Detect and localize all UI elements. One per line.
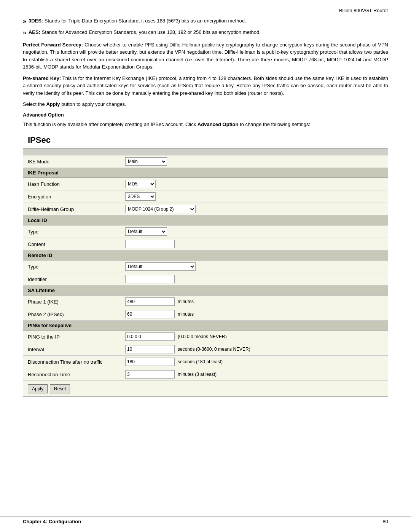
bullet-aes: » AES: Stands for Advanced Encryption St… <box>23 29 388 37</box>
interval-row: Interval seconds (0-3600, 0 means NEVER) <box>23 343 388 356</box>
bullet-marker-aes: » <box>23 29 26 37</box>
disconnection-time-input[interactable] <box>125 358 175 366</box>
phase1-row: Phase 1 (IKE) minutes <box>23 296 388 308</box>
phase1-unit: minutes <box>178 299 194 304</box>
dh-group-row: Diffie-Hellman Group MODP 768 (Group 1) … <box>23 203 388 216</box>
phase2-label: Phase 2 (IPSec) <box>23 309 122 320</box>
ipsec-table: IPSec IKE Mode Main Aggressive IKE Propo… <box>23 132 388 397</box>
local-id-type-control: Default IP FQDN User FQDN <box>122 225 388 238</box>
ike-mode-control: Main Aggressive <box>122 155 388 168</box>
brand-text: Billion 800VGT Router <box>339 8 388 13</box>
ipsec-title: IPSec <box>28 135 51 145</box>
encryption-select[interactable]: 3DES AES <box>125 192 156 201</box>
ike-proposal-header: IKE Proposal <box>23 168 388 178</box>
ike-mode-label: IKE Mode <box>23 157 122 167</box>
dh-group-control: MODP 768 (Group 1) MODP 1024 (Group 2) M… <box>122 203 388 215</box>
ike-mode-row: IKE Mode Main Aggressive <box>23 155 388 168</box>
psk-label: Pre-shared Key: <box>23 75 61 81</box>
ike-mode-select[interactable]: Main Aggressive <box>125 157 167 166</box>
phase1-label: Phase 1 (IKE) <box>23 297 122 307</box>
apply-note: Select the Apply button to apply your ch… <box>23 101 388 108</box>
disconnection-time-row: Disconnection Time after no traffic seco… <box>23 356 388 368</box>
remote-id-identifier-control <box>122 273 388 285</box>
apply-button[interactable]: Apply <box>28 384 48 393</box>
phase2-control: minutes <box>122 308 388 320</box>
encryption-label: Encryption <box>23 192 122 202</box>
remote-id-type-row: Type Default IP FQDN User FQDN <box>23 260 388 273</box>
disconnection-time-control: seconds (180 at least) <box>122 356 388 368</box>
reconnection-time-row: Reconnection Time minutes (3 at least) <box>23 368 388 381</box>
footer-chapter: Chapter 4: Configuration <box>23 519 81 524</box>
phase1-input[interactable] <box>125 297 175 306</box>
disconnection-time-hint: seconds (180 at least) <box>178 359 223 364</box>
ping-ip-label: PING to the IP <box>23 332 122 342</box>
remote-id-type-label: Type <box>23 262 122 272</box>
interval-hint: seconds (0-3600, 0 means NEVER) <box>178 347 250 352</box>
remote-id-type-select[interactable]: Default IP FQDN User FQDN <box>125 262 196 271</box>
local-id-content-control <box>122 238 388 250</box>
hash-function-row: Hash Function MD5 SHA1 <box>23 178 388 190</box>
psk-text: This is for the Internet Key Exchange (I… <box>23 75 388 96</box>
brand-header: Billion 800VGT Router <box>23 8 388 13</box>
ping-keepalive-header: PING for keepalive <box>23 321 388 331</box>
local-id-type-row: Type Default IP FQDN User FQDN <box>23 225 388 238</box>
local-id-type-select[interactable]: Default IP FQDN User FQDN <box>125 227 167 236</box>
bullet-section: » 3DES: Stands for Triple Data Encryptio… <box>23 17 388 37</box>
advanced-option-description: This function is only available after co… <box>23 121 388 128</box>
bullet-text-aes: AES: Stands for Advanced Encryption Stan… <box>29 29 388 36</box>
page-footer: Chapter 4: Configuration 80 <box>0 516 411 524</box>
reconnection-time-control: minutes (3 at least) <box>122 368 388 380</box>
remote-id-header: Remote ID <box>23 251 388 260</box>
ipsec-title-row: IPSec <box>23 132 388 149</box>
remote-id-identifier-row: Identifier <box>23 273 388 286</box>
footer-page: 80 <box>383 519 388 524</box>
phase2-row: Phase 2 (IPSec) minutes <box>23 308 388 321</box>
ping-ip-control: (0.0.0.0 means NEVER) <box>122 331 388 343</box>
interval-input[interactable] <box>125 345 175 353</box>
dh-group-label: Diffie-Hellman Group <box>23 204 122 214</box>
local-id-content-label: Content <box>23 239 122 249</box>
bullet-3des: » 3DES: Stands for Triple Data Encryptio… <box>23 17 388 26</box>
interval-label: Interval <box>23 344 122 355</box>
bullet-text-3des: 3DES: Stands for Triple Data Encryption … <box>29 17 388 25</box>
ping-ip-input[interactable] <box>125 332 175 341</box>
encryption-control: 3DES AES <box>122 190 388 203</box>
encryption-row: Encryption 3DES AES <box>23 190 388 203</box>
local-id-header: Local ID <box>23 216 388 225</box>
bullet-label-aes: AES: <box>29 29 40 35</box>
hash-function-label: Hash Function <box>23 179 122 189</box>
interval-control: seconds (0-3600, 0 means NEVER) <box>122 343 388 355</box>
disconnection-time-label: Disconnection Time after no traffic <box>23 357 122 367</box>
local-id-content-input[interactable] <box>125 240 175 248</box>
bullet-marker-3des: » <box>23 17 26 26</box>
pfs-label: Perfect Forward Secrecy: <box>23 42 83 48</box>
hash-function-control: MD5 SHA1 <box>122 178 388 190</box>
ipsec-gray-spacer <box>23 149 388 155</box>
sa-lifetime-header: SA Lifetime <box>23 286 388 296</box>
advanced-option-heading: Advanced Option <box>23 112 388 118</box>
button-row: Apply Reset <box>23 381 388 396</box>
phase2-input[interactable] <box>125 310 175 318</box>
phase1-control: minutes <box>122 296 388 308</box>
dh-group-select[interactable]: MODP 768 (Group 1) MODP 1024 (Group 2) M… <box>125 205 196 213</box>
bullet-label-3des: 3DES: <box>29 18 43 24</box>
psk-paragraph: Pre-shared Key: This is for the Internet… <box>23 75 388 97</box>
reconnection-time-input[interactable] <box>125 370 175 379</box>
remote-id-identifier-label: Identifier <box>23 274 122 284</box>
reset-button[interactable]: Reset <box>50 384 70 393</box>
hash-function-select[interactable]: MD5 SHA1 <box>125 180 156 188</box>
ping-ip-row: PING to the IP (0.0.0.0 means NEVER) <box>23 331 388 343</box>
ping-ip-hint: (0.0.0.0 means NEVER) <box>178 334 227 339</box>
pfs-paragraph: Perfect Forward Secrecy: Choose whether … <box>23 41 388 71</box>
phase2-unit: minutes <box>178 312 194 317</box>
local-id-content-row: Content <box>23 238 388 251</box>
local-id-type-label: Type <box>23 227 122 237</box>
remote-id-type-control: Default IP FQDN User FQDN <box>122 260 388 273</box>
reconnection-time-hint: minutes (3 at least) <box>178 372 217 377</box>
remote-id-identifier-input[interactable] <box>125 275 175 283</box>
reconnection-time-label: Reconnection Time <box>23 369 122 380</box>
